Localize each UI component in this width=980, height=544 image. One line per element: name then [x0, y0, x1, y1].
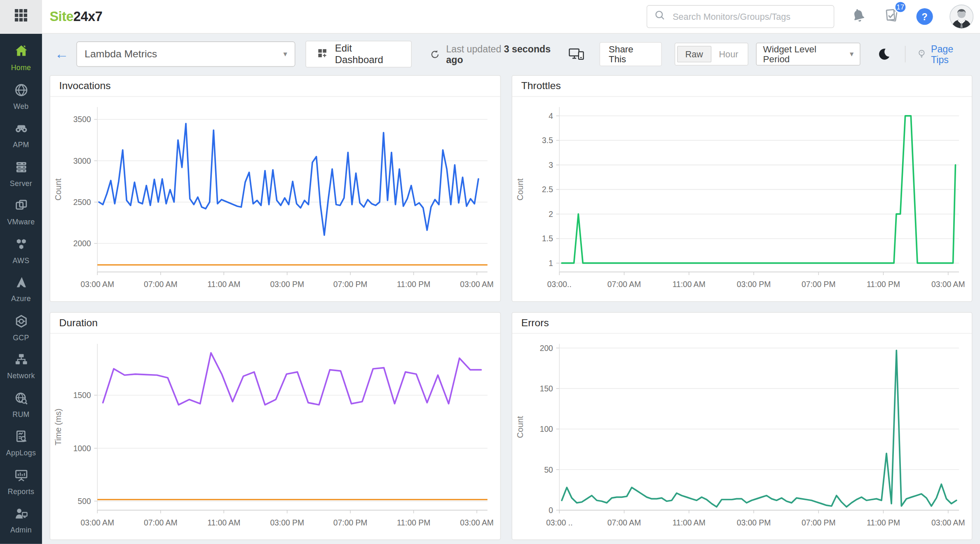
throttles-chart[interactable]: 11.522.533.5403:00..07:00 AM11:00 AM03:0… [512, 97, 972, 301]
sidebar-item-network[interactable]: Network [0, 346, 42, 385]
sidebar-item-applogs[interactable]: AppLogs [0, 424, 42, 462]
sidebar-item-reports[interactable]: Reports [0, 462, 42, 500]
svg-text:11:00 PM: 11:00 PM [867, 518, 900, 527]
dashboard-select[interactable]: Lambda Metrics ▾ [76, 41, 295, 67]
vmware-icon [13, 198, 29, 216]
svg-text:2.5: 2.5 [542, 185, 553, 194]
sidebar-item-label: Admin [10, 526, 32, 534]
svg-text:03:00 AM: 03:00 AM [80, 518, 114, 527]
chevron-down-icon: ▾ [850, 49, 853, 59]
errors-panel: Errors 05010015020003:00 ..07:00 AM11:00… [512, 312, 973, 540]
svg-text:150: 150 [540, 384, 553, 393]
tasks-button[interactable]: 17 [883, 6, 900, 26]
global-search[interactable] [647, 5, 835, 28]
back-arrow-button[interactable]: ← [55, 47, 69, 61]
refresh-button[interactable] [429, 49, 440, 59]
sidebar-item-rum[interactable]: RUM [0, 385, 42, 423]
svg-text:03:00 ..: 03:00 .. [546, 518, 572, 527]
sidebar-item-apm[interactable]: APM [0, 115, 42, 153]
search-input[interactable] [671, 11, 827, 22]
invocations-panel: Invocations 200025003000350003:00 AM07:0… [49, 75, 501, 302]
sidebar-item-label: Server [10, 179, 32, 187]
admin-icon [13, 506, 29, 524]
sidebar-item-label: APM [13, 141, 29, 149]
edit-dashboard-icon [317, 47, 328, 61]
svg-text:07:00 PM: 07:00 PM [802, 518, 836, 527]
errors-panel-title: Errors [512, 313, 972, 334]
sidebar-item-vmware[interactable]: VMware [0, 192, 42, 231]
svg-text:03:00 AM: 03:00 AM [460, 518, 494, 527]
svg-text:2500: 2500 [73, 198, 91, 207]
azure-icon [13, 275, 29, 293]
apps-grid-button[interactable] [0, 0, 42, 33]
dark-mode-toggle[interactable] [877, 47, 891, 61]
svg-text:11:00 PM: 11:00 PM [397, 280, 430, 289]
share-this-button[interactable]: Share This [599, 42, 662, 66]
svg-text:4: 4 [549, 112, 553, 120]
granularity-raw-option[interactable]: Raw [677, 46, 711, 62]
sidebar-item-gcp[interactable]: GCP [0, 308, 42, 346]
sidebar-item-web[interactable]: Web [0, 77, 42, 115]
sidebar-item-label: Azure [11, 295, 31, 303]
svg-text:11:00 AM: 11:00 AM [673, 280, 706, 289]
reports-icon [13, 467, 29, 486]
sidebar-item-label: Network [7, 372, 35, 380]
search-icon [654, 9, 666, 24]
errors-chart[interactable]: 05010015020003:00 ..07:00 AM11:00 AM03:0… [512, 334, 972, 539]
svg-text:1500: 1500 [73, 391, 91, 400]
dashboard-select-value: Lambda Metrics [84, 48, 283, 60]
sidebar-item-label: Reports [8, 487, 34, 495]
svg-text:11:00 AM: 11:00 AM [673, 518, 706, 527]
sidebar-item-home[interactable]: Home [0, 38, 42, 77]
svg-text:Count: Count [54, 178, 63, 200]
svg-text:03:00 PM: 03:00 PM [737, 518, 771, 527]
invocations-chart[interactable]: 200025003000350003:00 AM07:00 AM11:00 AM… [50, 97, 500, 301]
sidebar-item-label: AWS [13, 257, 30, 264]
server-icon [13, 159, 29, 178]
user-avatar[interactable] [950, 5, 974, 29]
sidebar-item-label: RUM [12, 411, 29, 419]
top-header: Site24x7 17 ? [0, 0, 980, 34]
sidebar-item-admin[interactable]: Admin [0, 501, 42, 539]
svg-text:Time (ms): Time (ms) [54, 409, 63, 446]
sidebar-item-aws[interactable]: AWS [0, 231, 42, 269]
svg-text:1.5: 1.5 [542, 234, 553, 243]
svg-text:03:00 AM: 03:00 AM [931, 518, 965, 527]
help-icon: ? [917, 8, 933, 25]
help-button[interactable]: ? [917, 8, 933, 25]
svg-text:50: 50 [544, 466, 553, 474]
bell-icon [850, 7, 867, 26]
sidebar-item-label: Web [13, 102, 28, 110]
applogs-icon [13, 429, 29, 447]
alerts-bell-button[interactable] [850, 7, 867, 26]
rum-icon [13, 390, 29, 409]
duration-chart[interactable]: 5001000150003:00 AM07:00 AM11:00 AM03:00… [50, 334, 500, 539]
logo-green-part: Site [49, 9, 73, 24]
svg-text:200: 200 [540, 344, 553, 353]
moon-icon [877, 47, 891, 61]
devices-view-button[interactable] [567, 46, 585, 62]
granularity-hour-option[interactable]: Hour [711, 47, 746, 62]
edit-dashboard-label: Edit Dashboard [335, 42, 401, 66]
invocations-panel-title: Invocations [50, 76, 500, 97]
svg-text:3000: 3000 [73, 157, 91, 165]
sidebar-item-label: Home [11, 64, 31, 72]
aws-icon [13, 236, 29, 254]
svg-text:07:00 PM: 07:00 PM [333, 518, 368, 527]
svg-text:03:00 PM: 03:00 PM [270, 280, 304, 289]
page-tips-button[interactable]: Page Tips [916, 43, 973, 65]
svg-text:100: 100 [540, 425, 553, 433]
edit-dashboard-button[interactable]: Edit Dashboard [306, 41, 412, 68]
throttles-panel: Throttles 11.522.533.5403:00..07:00 AM11… [512, 75, 973, 302]
svg-text:07:00 PM: 07:00 PM [802, 280, 836, 289]
sidebar-item-azure[interactable]: Azure [0, 269, 42, 308]
sidebar-item-label: VMware [7, 218, 35, 226]
svg-text:03:00 AM: 03:00 AM [931, 280, 965, 289]
svg-text:07:00 AM: 07:00 AM [607, 280, 641, 289]
svg-text:03:00 PM: 03:00 PM [270, 518, 304, 527]
duration-panel: Duration 5001000150003:00 AM07:00 AM11:0… [49, 312, 501, 540]
site24x7-logo[interactable]: Site24x7 [49, 9, 102, 24]
sidebar-item-server[interactable]: Server [0, 154, 42, 192]
widget-level-period-select[interactable]: Widget Level Period ▾ [756, 42, 861, 66]
sidebar-item-label: AppLogs [6, 449, 36, 457]
